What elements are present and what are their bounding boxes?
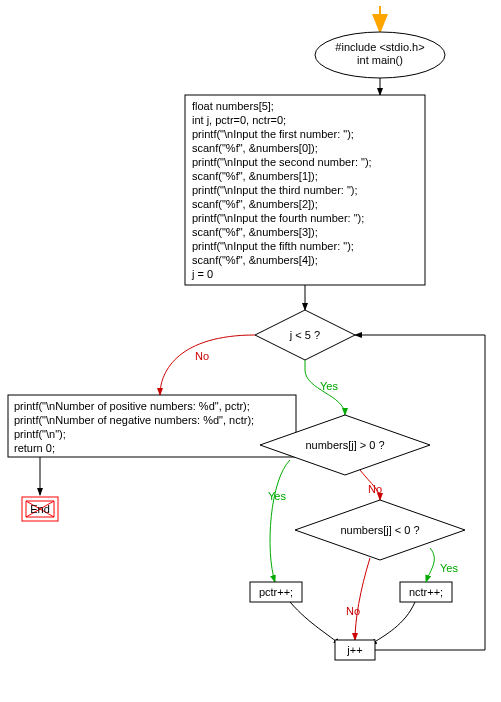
decl-l7: scanf("%f", &numbers[2]); [192, 198, 318, 210]
edge-condpos-yes [270, 460, 290, 582]
decl-l11: scanf("%f", &numbers[4]); [192, 254, 318, 266]
out-l3: return 0; [14, 442, 55, 454]
condneg-yes-label: Yes [440, 562, 458, 574]
header-line2: int main() [357, 54, 403, 66]
edge-condj-no [160, 335, 255, 395]
pctr-text: pctr++; [259, 586, 293, 598]
decl-l3: scanf("%f", &numbers[0]); [192, 142, 318, 154]
end-text: End [30, 503, 50, 515]
out-l0: printf("\nNumber of positive numbers: %d… [14, 400, 250, 412]
decl-l6: printf("\nInput the third number: "); [192, 184, 358, 196]
decl-l8: printf("\nInput the fourth number: "); [192, 212, 364, 224]
condpos-yes-label: Yes [268, 490, 286, 502]
decl-l2: printf("\nInput the first number: "); [192, 128, 354, 140]
condneg-text: numbers[j] < 0 ? [340, 524, 419, 536]
edge-nctr-jpp [370, 602, 415, 645]
edge-condneg-no [355, 558, 370, 640]
edge-condneg-yes [426, 548, 434, 582]
out-l2: printf("\n"); [14, 428, 66, 440]
decl-l1: int j, pctr=0, nctr=0; [192, 114, 286, 126]
condpos-text: numbers[j] > 0 ? [305, 439, 384, 451]
condj-no-label: No [195, 350, 209, 362]
decl-l4: printf("\nInput the second number: "); [192, 156, 372, 168]
nctr-text: nctr++; [409, 586, 443, 598]
decl-l5: scanf("%f", &numbers[1]); [192, 170, 318, 182]
jpp-text: j++ [346, 644, 362, 656]
condj-yes-label: Yes [320, 380, 338, 392]
decl-l10: printf("\nInput the fifth number: "); [192, 240, 354, 252]
decl-l12: j = 0 [191, 268, 213, 280]
condneg-no-label: No [346, 605, 360, 617]
decl-l0: float numbers[5]; [192, 100, 274, 112]
out-l1: printf("\nNumber of negative numbers: %d… [14, 414, 254, 426]
header-line1: #include <stdio.h> [335, 41, 424, 53]
condj-text: j < 5 ? [289, 329, 320, 341]
condpos-no-label: No [368, 483, 382, 495]
edge-pctr-jpp [290, 602, 340, 645]
decl-l9: scanf("%f", &numbers[3]); [192, 226, 318, 238]
